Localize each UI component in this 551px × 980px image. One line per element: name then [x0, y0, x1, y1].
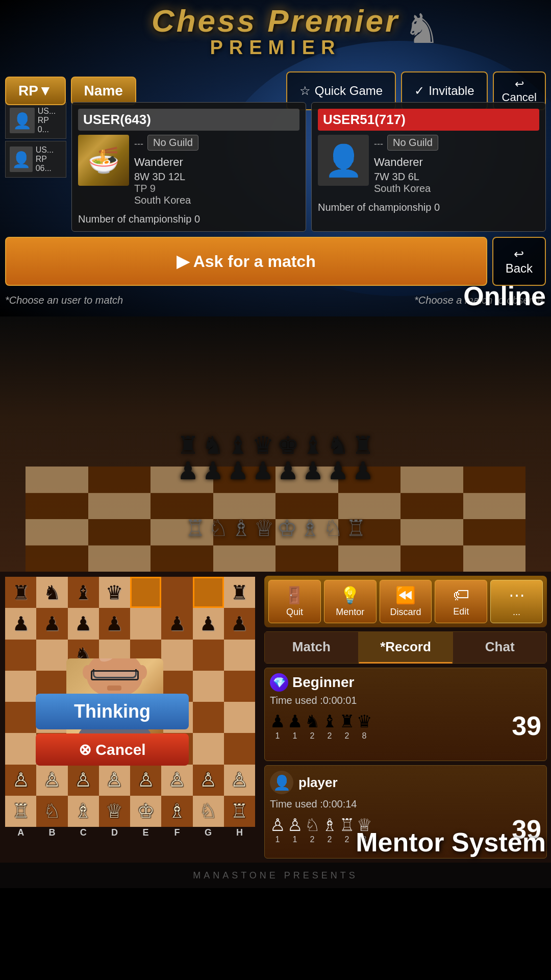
file-coordinates: A B C D E F G H	[5, 827, 255, 838]
player2-rank: Wanderer	[374, 156, 539, 169]
cell-h6[interactable]	[224, 640, 255, 671]
cell-c8[interactable]: ♝	[68, 577, 99, 608]
cell-g7[interactable]: ♟	[193, 608, 224, 639]
app-subtitle: PREMIER	[152, 37, 399, 59]
cell-e1[interactable]: ♔	[130, 796, 161, 827]
file-d: D	[99, 827, 130, 838]
cell-a8[interactable]: ♜	[5, 577, 36, 608]
cell-h7[interactable]: ♟	[224, 608, 255, 639]
piece-black-king: ♚	[277, 431, 299, 459]
piece-white-rook-count: ♖ 2	[339, 815, 355, 844]
player-top-time: Time used :0:00:01	[270, 695, 541, 706]
player2-body: 👤 --- No Guild Wanderer 7W 3D 6L South K…	[318, 135, 539, 194]
file-c: C	[68, 827, 99, 838]
piece-white-knight-1: ♘	[208, 515, 228, 541]
ask-match-button[interactable]: ▶ Ask for a match	[5, 237, 487, 286]
pieces-row-pawns: ♟ ♟ ♟ ♟ ♟ ♟ ♟ ♟	[0, 456, 551, 485]
player-bottom-time: Time used :0:00:14	[270, 798, 541, 810]
cell-b8[interactable]: ♞	[36, 577, 67, 608]
cell-h1[interactable]: ♖	[224, 796, 255, 827]
piece-black-pawn-1: ♟ 1	[270, 711, 285, 741]
board-container: 8 7 6 5 4 3 2 1 ♜ ♞ ♝ ♛ ♜ ♟ ♟ ♟ ♟ ♟	[5, 577, 255, 827]
bottom-bar: MANASTONE PRESENTS	[0, 863, 551, 888]
cell-g8[interactable]	[193, 577, 224, 608]
piece-black-rook-count: ♜ 2	[339, 711, 355, 741]
cell-d2[interactable]: ♙	[99, 765, 130, 796]
edit-button[interactable]: 🏷 Edit	[435, 580, 487, 623]
cell-g1[interactable]: ♘	[193, 796, 224, 827]
cell-a6[interactable]	[5, 640, 36, 671]
player2-avatar-icon: 👤	[324, 142, 363, 179]
cell-a4[interactable]	[5, 702, 36, 733]
cell-d1[interactable]: ♕	[99, 796, 130, 827]
pawn-2: ♟	[202, 456, 224, 485]
player2-info: --- No Guild Wanderer 7W 3D 6L South Kor…	[374, 135, 539, 194]
cell-b6[interactable]	[36, 640, 67, 671]
piece-black-queen-count: ♛ 8	[357, 711, 372, 741]
pawn-3: ♟	[227, 456, 249, 485]
cell-c7[interactable]: ♟	[68, 608, 99, 639]
cell-g3[interactable]	[193, 733, 224, 764]
player-cards: USER(643) 🍜 --- No Guild Wanderer 8W 3D …	[5, 102, 546, 232]
cell-b1[interactable]: ♘	[36, 796, 67, 827]
player-bottom-header: 👤 player	[270, 771, 541, 794]
discard-button[interactable]: ⏪ Discard	[380, 580, 432, 623]
cell-g6[interactable]	[193, 640, 224, 671]
cell-a7[interactable]: ♟	[5, 608, 36, 639]
quit-icon: 🚪	[284, 585, 305, 605]
cell-d7[interactable]: ♟	[99, 608, 130, 639]
mentor-button[interactable]: 💡 Mentor	[324, 580, 377, 623]
cell-h5[interactable]	[224, 671, 255, 702]
player1-header: USER(643)	[78, 109, 299, 131]
cell-e8[interactable]	[130, 577, 161, 608]
tab-chat[interactable]: Chat	[453, 631, 547, 664]
cell-c1[interactable]: ♗	[68, 796, 99, 827]
cell-g2[interactable]: ♙	[193, 765, 224, 796]
cell-h2[interactable]: ♙	[224, 765, 255, 796]
cell-f7[interactable]: ♟	[161, 608, 192, 639]
cell-a3[interactable]	[5, 733, 36, 764]
player1-tp: TP 9	[134, 183, 299, 194]
cell-a5[interactable]	[5, 671, 36, 702]
player-bottom-avatar: 👤	[270, 771, 293, 794]
cell-e7[interactable]	[130, 608, 161, 639]
tab-match[interactable]: Match	[264, 631, 359, 664]
cancel-game-button[interactable]: ⊗ Cancel	[36, 733, 189, 766]
name-sort-button[interactable]: Name	[71, 77, 136, 105]
cell-g4[interactable]	[193, 702, 224, 733]
cell-b2[interactable]: ♙	[36, 765, 67, 796]
thinking-bar: Thinking ⊗ Cancel	[36, 694, 189, 766]
cell-f8[interactable]	[161, 577, 192, 608]
cell-b7[interactable]: ♟	[36, 608, 67, 639]
pawn-8: ♟	[352, 456, 374, 485]
quit-button[interactable]: 🚪 Quit	[268, 580, 321, 623]
piece-black-bishop-2: ♝	[302, 431, 324, 459]
cell-g5[interactable]	[193, 671, 224, 702]
beginner-badge: 💎 Beginner	[270, 673, 541, 692]
more-button[interactable]: ⋯ ...	[490, 580, 543, 623]
cell-e2[interactable]: ♙	[130, 765, 161, 796]
cell-f2[interactable]: ♙	[161, 765, 192, 796]
player1-location: South Korea	[134, 194, 299, 206]
cell-c2[interactable]: ♙	[68, 765, 99, 796]
player-card-1[interactable]: USER(643) 🍜 --- No Guild Wanderer 8W 3D …	[71, 102, 306, 232]
rp-sort-button[interactable]: RP▼	[5, 77, 66, 105]
player2-guild: No Guild	[387, 135, 438, 151]
player-card-2[interactable]: USER51(717) 👤 --- No Guild Wanderer 7W 3…	[311, 102, 546, 232]
player1-avatar: 🍜	[78, 135, 129, 186]
cell-a1[interactable]: ♖	[5, 796, 36, 827]
cell-a2[interactable]: ♙	[5, 765, 36, 796]
pieces-row-back: ♜ ♞ ♝ ♛ ♚ ♝ ♞ ♜	[0, 431, 551, 459]
tab-record[interactable]: *Record	[359, 631, 453, 664]
cell-h8[interactable]: ♜	[224, 577, 255, 608]
player1-body: 🍜 --- No Guild Wanderer 8W 3D 12L TP 9 S…	[78, 135, 299, 206]
cell-f1[interactable]: ♗	[161, 796, 192, 827]
cell-h3[interactable]	[224, 733, 255, 764]
app-title: Chess Premier	[152, 5, 399, 37]
cell-h4[interactable]	[224, 702, 255, 733]
cell-d8[interactable]: ♛	[99, 577, 130, 608]
back-icon: ↩	[506, 247, 533, 261]
back-button[interactable]: ↩ Back	[492, 237, 546, 286]
piece-white-pawn-1: ♙ 1	[270, 815, 285, 844]
piece-black-bishop-count: ♝ 2	[322, 711, 337, 741]
